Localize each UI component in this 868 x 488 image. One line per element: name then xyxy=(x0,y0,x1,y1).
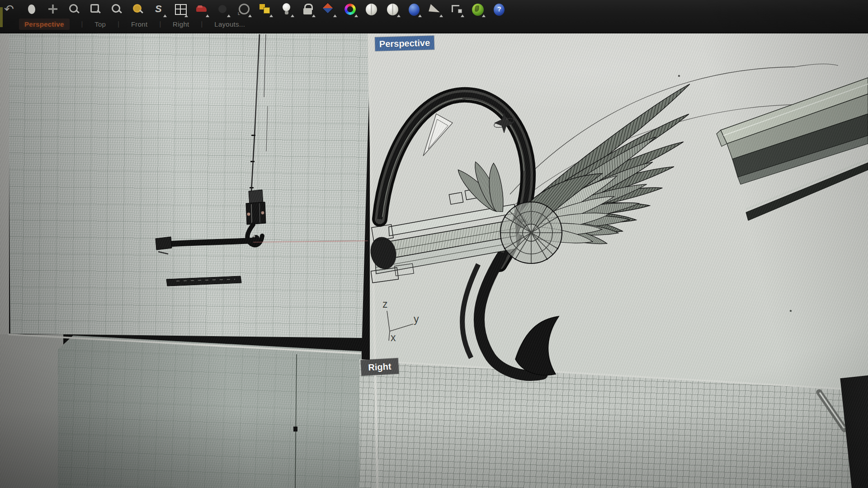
material-icon[interactable] xyxy=(321,2,336,17)
perspective-viewport-label[interactable]: Perspective xyxy=(375,36,434,51)
bottom-left-viewport-grid xyxy=(58,331,362,488)
zoom-target-icon[interactable] xyxy=(130,2,145,17)
axis-x-label: x xyxy=(391,332,396,344)
lasso-icon[interactable] xyxy=(151,2,166,17)
tab-perspective[interactable]: Perspective xyxy=(19,19,70,30)
tab-separator: | xyxy=(201,20,203,28)
right-viewport-label[interactable]: Right xyxy=(361,358,399,375)
undo-icon[interactable] xyxy=(3,2,18,17)
lock-icon[interactable] xyxy=(300,2,315,17)
viewport-perspective[interactable] xyxy=(370,33,868,394)
toolbar-icon-row xyxy=(3,2,506,17)
viewport-front[interactable] xyxy=(8,33,371,338)
tab-separator: | xyxy=(118,20,119,28)
tab-top[interactable]: Top xyxy=(94,20,106,28)
shaded-view-icon[interactable] xyxy=(364,2,379,17)
zoom-icon[interactable] xyxy=(66,2,81,17)
pan-icon[interactable] xyxy=(24,2,39,17)
light-icon[interactable] xyxy=(279,2,294,17)
tab-front[interactable]: Front xyxy=(131,20,148,28)
layers-icon[interactable] xyxy=(258,2,273,17)
spotlight-icon[interactable] xyxy=(428,2,443,17)
rendered-view-icon[interactable] xyxy=(406,2,421,17)
named-view-icon[interactable] xyxy=(194,2,209,17)
tab-separator: | xyxy=(81,20,83,28)
viewport-bottom-left[interactable] xyxy=(58,331,362,488)
move-icon[interactable] xyxy=(45,2,60,17)
axis-y-label: y xyxy=(414,313,419,325)
ghosted-view-icon[interactable] xyxy=(385,2,400,17)
help-icon[interactable] xyxy=(491,2,506,17)
axis-z-label: z xyxy=(382,298,388,310)
curvature-icon[interactable] xyxy=(470,2,485,17)
tab-separator: | xyxy=(159,20,161,28)
screen-bottomleft-edge xyxy=(0,334,63,488)
main-toolbar: Perspective|Top|Front|Right|Layouts... xyxy=(0,0,868,33)
viewport-layout-icon[interactable] xyxy=(173,2,188,17)
zoom-window-icon[interactable] xyxy=(88,2,103,17)
dimension-icon[interactable] xyxy=(449,2,464,17)
zoom-extents-icon[interactable] xyxy=(109,2,124,17)
color-wheel-icon[interactable] xyxy=(343,2,358,17)
history-icon[interactable] xyxy=(236,2,251,17)
tab-right[interactable]: Right xyxy=(173,20,189,28)
cad-application-window: Perspective Right z y x Perspective|Top|… xyxy=(0,0,868,488)
front-viewport-grid xyxy=(8,33,371,338)
viewport-tab-bar: Perspective|Top|Front|Right|Layouts... xyxy=(0,17,868,31)
perspective-ground-grid xyxy=(370,33,868,394)
hidden-tool-icon[interactable] xyxy=(215,2,230,17)
tab-layouts[interactable]: Layouts... xyxy=(214,20,245,28)
